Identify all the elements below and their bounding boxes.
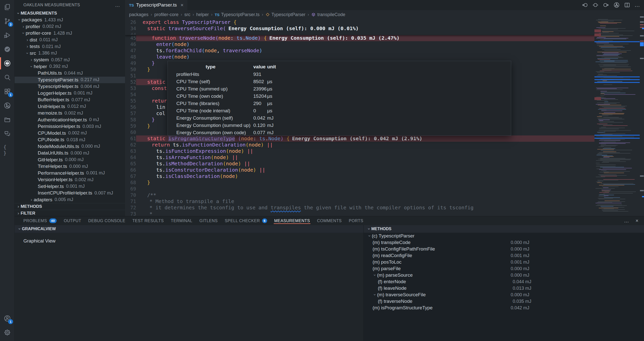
tree-item-CPUModel.ts[interactable]: CPUModel.ts0.002 mJ — [15, 130, 125, 137]
code-line-65[interactable]: 65ts.isMethodDeclaration(node) || — [125, 161, 594, 167]
methods-item-ftraverseNode[interactable]: (f) traverseNode0.035 mJ — [364, 298, 644, 305]
code-line-71[interactable]: 71* Method to transpile a file — [125, 198, 594, 205]
panel-more-actions-icon[interactable]: … — [624, 218, 629, 224]
graph-icon[interactable] — [613, 2, 620, 8]
code-line-68[interactable]: 68} — [125, 179, 594, 186]
code-line-67[interactable]: 67ts.isClassDeclaration(node) — [125, 173, 594, 179]
tree-item-PerformanceHelper.ts[interactable]: PerformanceHelper.ts0.001 mJ — [15, 170, 125, 177]
tree-item-profiler-core[interactable]: ›profiler-core1.428 mJ — [15, 30, 125, 37]
tree-item-GitHelper.ts[interactable]: GitHelper.ts0.000 mJ — [15, 157, 125, 163]
breadcrumb-item-packages[interactable]: packages — [129, 12, 148, 17]
methods-item-mtranspileCode[interactable]: (m) transpileCode0.000 mJ — [364, 239, 644, 246]
settings-gear-button[interactable] — [0, 325, 14, 339]
methods-item-cTypescriptParser[interactable]: ›(c) TypescriptParser — [364, 233, 644, 239]
tree-item-AuthenticationHelper.ts[interactable]: AuthenticationHelper.ts0 mJ — [15, 117, 125, 123]
tab-close-icon[interactable]: × — [181, 2, 184, 8]
code-line-73[interactable]: 73* — [125, 211, 594, 216]
tree-item-UnitHelper.ts[interactable]: UnitHelper.ts0.012 mJ — [15, 103, 125, 110]
methods-item-fleaveNode[interactable]: (f) leaveNode0.013 mJ — [364, 285, 644, 291]
tree-item-DataUrlUtils.ts[interactable]: DataUrlUtils.ts0.000 mJ — [15, 150, 125, 157]
methods-item-mposToLoc[interactable]: (m) posToLoc0.001 mJ — [364, 259, 644, 265]
tree-item-BufferHelper.ts[interactable]: BufferHelper.ts0.077 mJ — [15, 96, 125, 103]
ellipsis-icon[interactable]: … — [634, 2, 640, 8]
tree-item-packages[interactable]: ›packages1.433 mJ — [15, 17, 125, 23]
tree-item-profiler[interactable]: ›profiler0.002 mJ — [15, 23, 125, 30]
code-line-46[interactable]: 46enter(node) — [125, 41, 594, 47]
code-line-34[interactable]: 34static traverseSourceFile(Energy Consu… — [125, 25, 594, 32]
panel-tab-ports[interactable]: PORTS — [345, 216, 367, 225]
graphicalview-header[interactable]: › GRAPHICALVIEW — [14, 225, 364, 233]
nav-forward-icon[interactable] — [603, 2, 609, 8]
panel-tab-gitlens[interactable]: GITLENS — [196, 216, 221, 225]
split-icon[interactable] — [624, 2, 630, 8]
source-control-button[interactable]: 3 — [0, 14, 14, 28]
section-methods[interactable]: › METHODS — [15, 203, 125, 210]
gitlens-button[interactable] — [0, 99, 14, 113]
nav-back-icon[interactable] — [582, 2, 588, 8]
code-line-48[interactable]: 48leave(node) — [125, 54, 594, 60]
breadcrumb-item-src[interactable]: src — [184, 12, 190, 17]
tree-item-CPUNode.ts[interactable]: CPUNode.ts0.018 mJ — [15, 136, 125, 143]
extensions-button[interactable]: 1 — [0, 84, 14, 99]
tree-item-dist[interactable]: ›dist0.011 mJ — [15, 37, 125, 43]
tree-item-NodeModuleUtils.ts[interactable]: NodeModuleUtils.ts0.000 mJ — [15, 143, 125, 150]
code-line-66[interactable]: 66ts.isConstructorDeclaration(node) || — [125, 167, 594, 173]
files-button[interactable] — [0, 0, 14, 14]
breadcrumb-item-TypescriptParser[interactable]: TypescriptParser — [265, 12, 305, 17]
panel-tab-spell-checker[interactable]: SPELL CHECKER6 — [221, 216, 271, 225]
tree-item-system[interactable]: ›system0.057 mJ — [15, 57, 125, 63]
oaklean-button[interactable] — [0, 56, 14, 70]
code-line-69[interactable]: 69 — [125, 186, 594, 192]
code-line-61[interactable]: 61static isProgramStructureType (node: t… — [125, 135, 594, 142]
tree-item-SetHelper.ts[interactable]: SetHelper.ts0.001 mJ — [15, 183, 125, 190]
code-line-44[interactable]: 44 — [125, 32, 594, 35]
tree-item-src[interactable]: ›src1.386 mJ — [15, 50, 125, 57]
nav-dot-icon[interactable] — [592, 2, 599, 8]
panel-tab-debug-console[interactable]: DEBUG CONSOLE — [85, 216, 129, 225]
breadcrumb-item-transpileCode[interactable]: transpileCode — [311, 12, 345, 17]
methods-item-mtraverseSourceFile[interactable]: ›(m) traverseSourceFile0.000 mJ — [364, 291, 644, 298]
tree-item-helper[interactable]: ›helper0.392 mJ — [15, 63, 125, 70]
methods-header[interactable]: › METHODS — [364, 225, 644, 233]
tree-item-adapters[interactable]: ›adapters0.005 mJ — [15, 197, 125, 203]
breadcrumb-item-helper[interactable]: helper — [196, 12, 209, 17]
code-line-47[interactable]: 47ts.forEachChild(node, traverseNode) — [125, 47, 594, 54]
panel-tab-output[interactable]: OUTPUT — [60, 216, 85, 225]
tree-item-tests[interactable]: ›tests0.021 mJ — [15, 43, 125, 50]
testing-button[interactable] — [0, 42, 14, 56]
breadcrumb-item-TypescriptParser.ts[interactable]: TSTypescriptParser.ts — [215, 12, 259, 17]
panel-tab-comments[interactable]: COMMENTS — [313, 216, 345, 225]
panel-close-icon[interactable]: × — [635, 218, 638, 224]
code-line-64[interactable]: 64ts.isArrowFunction(node) || — [125, 154, 594, 161]
tree-item-InsertCPUProfileHelper.ts[interactable]: InsertCPUProfileHelper.ts0.007 mJ — [15, 190, 125, 197]
panel-tab-problems[interactable]: PROBLEMS40 — [20, 216, 60, 225]
tree-item-LoggerHelper.ts[interactable]: LoggerHelper.ts0.001 mJ — [15, 90, 125, 97]
accounts-button[interactable]: 1 — [0, 311, 14, 325]
comments-button[interactable] — [0, 127, 14, 141]
code-line-45[interactable]: 45function traverseNode(node: ts.Node) {… — [125, 35, 594, 41]
methods-item-mreadConfigFile[interactable]: (m) readConfigFile0.001 mJ — [364, 252, 644, 259]
explorer-folder-button[interactable] — [0, 113, 14, 127]
code-line-70[interactable]: 70/** — [125, 192, 594, 198]
minimap[interactable] — [594, 19, 640, 216]
section-filter[interactable]: › FILTER — [15, 210, 125, 216]
panel-tab-measurements[interactable]: MEASUREMENTS — [271, 216, 313, 225]
tree-item-PathUtils.ts[interactable]: PathUtils.ts0.044 mJ — [15, 70, 125, 77]
methods-item-mtsConfigFilePathFromFile[interactable]: (m) tsConfigFilePathFromFile0.000 mJ — [364, 246, 644, 252]
code-line-62[interactable]: 62return ts.isFunctionDeclaration(node) … — [125, 142, 594, 148]
search-button[interactable] — [0, 70, 14, 84]
tab-typescriptparser[interactable]: TS TypescriptParser.ts × — [125, 0, 187, 10]
code-line-63[interactable]: 63ts.isFunctionExpression(node) || — [125, 148, 594, 154]
run-debug-button[interactable] — [0, 28, 14, 42]
panel-tab-terminal[interactable]: TERMINAL — [167, 216, 196, 225]
code-line-72[interactable]: 72* it determines the tsconfig to use an… — [125, 205, 594, 211]
tree-item-TypescriptHelper.ts[interactable]: TypescriptHelper.ts0.004 mJ — [15, 83, 125, 90]
tree-item-VersionHelper.ts[interactable]: VersionHelper.ts0.002 mJ — [15, 176, 125, 183]
overview-ruler[interactable] — [640, 10, 644, 216]
sidebar-more-actions-icon[interactable]: … — [115, 2, 120, 8]
tree-item-memoize.ts[interactable]: memoize.ts0.002 mJ — [15, 110, 125, 117]
brackets-button[interactable]: { } — [0, 141, 14, 155]
breadcrumb-item-profiler-core[interactable]: profiler-core — [154, 12, 178, 17]
tree-item-TimeHelper.ts[interactable]: TimeHelper.ts0.000 mJ — [15, 163, 125, 170]
code-line-26[interactable]: 26export class TypescriptParser { — [125, 19, 594, 25]
